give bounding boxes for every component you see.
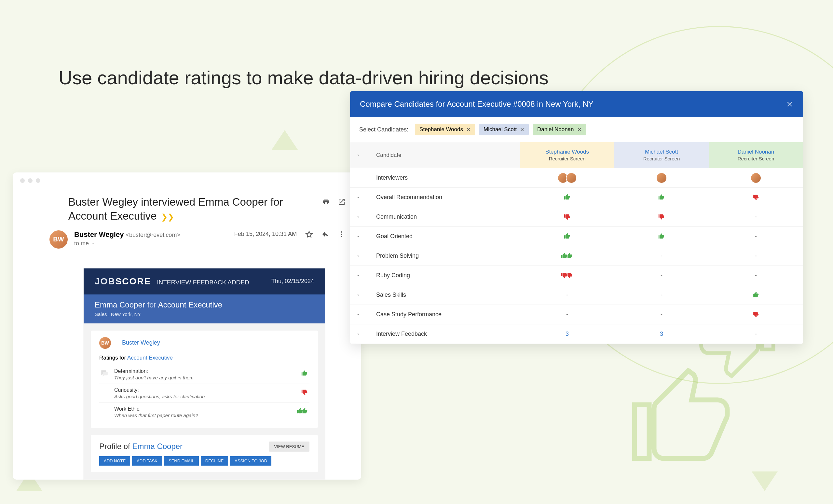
rating-cell: - — [709, 207, 803, 226]
svg-point-2 — [341, 236, 342, 237]
rating-cell — [709, 305, 803, 324]
thumbs-up-icon — [752, 291, 760, 299]
rating-cell: 3 — [614, 325, 709, 343]
no-rating: - — [755, 272, 757, 279]
profile-link[interactable]: Emma Cooper — [132, 442, 183, 451]
no-rating: - — [755, 233, 757, 240]
view-resume-button[interactable]: VIEW RESUME — [269, 441, 309, 452]
chip-label: Daniel Noonan — [537, 126, 574, 133]
rating-cell: - — [614, 285, 709, 305]
thumbs-up-icon — [563, 233, 571, 240]
feedback-candidate: Emma Cooper — [95, 300, 145, 309]
candidate-column-header[interactable]: Daniel Noonan Recruiter Screen — [709, 142, 803, 168]
row-toggle[interactable] — [350, 293, 366, 297]
candidate-column-header[interactable]: Stephanie Woods Recruiter Screen — [520, 142, 614, 168]
chip-remove-icon[interactable]: ✕ — [520, 126, 524, 133]
chip-label: Stephanie Woods — [420, 126, 463, 133]
candidate-name: Daniel Noonan — [738, 149, 774, 155]
interviewer-avatar[interactable] — [566, 172, 577, 184]
feedback-candidate-line: Emma Cooper for Account Executive — [95, 300, 314, 309]
rating-cell: - — [709, 227, 803, 246]
feedback-count-link[interactable]: 3 — [566, 331, 569, 337]
criteria-row: Problem Solving-- — [350, 246, 803, 266]
ratings-title: Ratings for Account Executive — [99, 355, 309, 361]
criteria-label: Problem Solving — [366, 253, 520, 259]
star-icon[interactable] — [305, 230, 313, 238]
rating-cell: - — [614, 266, 709, 285]
interviewer-avatar[interactable] — [751, 172, 761, 184]
flag-icon: ❯❯ — [161, 213, 174, 221]
rating-desc: They just don't have any quit in them — [114, 375, 294, 380]
compare-header-row: Candidate Stephanie Woods Recruiter Scre… — [350, 142, 803, 168]
row-toggle[interactable] — [350, 254, 366, 258]
row-toggle[interactable] — [350, 312, 366, 317]
interviewer-avatar[interactable] — [656, 172, 667, 184]
rating-cell — [520, 207, 614, 226]
subject-candidate: Emma Cooper — [198, 196, 267, 208]
reviewer-link[interactable]: Buster Wegley — [122, 339, 160, 346]
rating-desc: Asks good questions, asks for clarificat… — [114, 394, 294, 399]
thumbs-down-icon — [563, 213, 571, 221]
page-headline: Use candidate ratings to make data-drive… — [58, 65, 549, 91]
double-thumbs-down-icon — [561, 272, 574, 280]
criteria-label: Ruby Coding — [366, 272, 520, 279]
no-rating: - — [755, 253, 757, 259]
candidate-name: Michael Scott — [645, 149, 678, 155]
action-add task-button[interactable]: ADD TASK — [132, 456, 162, 465]
no-rating: - — [566, 291, 568, 298]
reply-icon[interactable] — [322, 230, 329, 238]
criteria-row: Goal Oriented- — [350, 227, 803, 246]
svg-point-1 — [341, 234, 342, 235]
thumbs-down-icon — [752, 194, 760, 201]
no-rating: - — [661, 311, 663, 318]
feedback-date: Thu, 02/15/2024 — [271, 278, 314, 285]
expand-all-toggle[interactable] — [350, 153, 366, 158]
ratings-role-link[interactable]: Account Executive — [127, 355, 173, 361]
candidate-chip[interactable]: Daniel Noonan ✕ — [533, 124, 586, 135]
criteria-row: Case Study Performance-- — [350, 305, 803, 325]
row-toggle[interactable] — [350, 215, 366, 219]
rating-row: Work Ethic: When was that first paper ro… — [99, 403, 309, 422]
rating-cell — [520, 227, 614, 246]
more-icon[interactable] — [338, 230, 346, 238]
thumbs-up-icon — [563, 194, 571, 201]
row-toggle[interactable] — [350, 234, 366, 239]
action-add note-button[interactable]: ADD NOTE — [99, 456, 130, 465]
criteria-label: Interview Feedback — [366, 331, 520, 337]
action-assign to job-button[interactable]: ASSIGN TO JOB — [230, 456, 271, 465]
candidate-chip[interactable]: Stephanie Woods ✕ — [415, 124, 475, 135]
for-word: for — [145, 300, 158, 309]
feedback-count-link[interactable]: 3 — [660, 331, 663, 337]
close-icon[interactable] — [786, 100, 793, 108]
row-toggle[interactable] — [350, 332, 366, 336]
to-line[interactable]: to me — [74, 240, 234, 247]
action-decline-button[interactable]: DECLINE — [201, 456, 228, 465]
compare-candidates-panel: Compare Candidates for Account Executive… — [350, 91, 803, 344]
chip-remove-icon[interactable]: ✕ — [466, 126, 471, 133]
candidate-column-header[interactable]: Michael Scott Recruiter Screen — [614, 142, 709, 168]
email-preview-card: Buster Wegley interviewed Emma Cooper fo… — [13, 172, 361, 480]
row-toggle[interactable] — [350, 273, 366, 278]
rating-cell: - — [614, 246, 709, 265]
thumbs-down-icon — [300, 387, 309, 397]
criteria-label: Overall Recommendation — [366, 194, 520, 201]
candidate-chip[interactable]: Michael Scott ✕ — [479, 124, 529, 135]
rating-cell — [709, 188, 803, 207]
bg-triangle-deco — [272, 130, 298, 150]
action-send email-button[interactable]: SEND EMAIL — [164, 456, 199, 465]
criteria-label: Case Study Performance — [366, 311, 520, 318]
rating-cell — [520, 266, 614, 285]
row-label: Interviewers — [366, 174, 520, 181]
thumbs-down-icon — [752, 311, 760, 318]
rating-row: Curiousity: Asks good questions, asks fo… — [99, 384, 309, 403]
open-external-icon[interactable] — [338, 198, 346, 206]
candidate-stage: Recruiter Screen — [643, 156, 680, 161]
row-toggle[interactable] — [350, 195, 366, 200]
candidate-stage: Recruiter Screen — [738, 156, 775, 161]
rating-cell: - — [709, 266, 803, 285]
criteria-row: Overall Recommendation — [350, 188, 803, 207]
rating-cell — [520, 188, 614, 207]
rating-title: Work Ethic: — [114, 406, 290, 412]
print-icon[interactable] — [322, 198, 330, 206]
chip-remove-icon[interactable]: ✕ — [577, 126, 581, 133]
